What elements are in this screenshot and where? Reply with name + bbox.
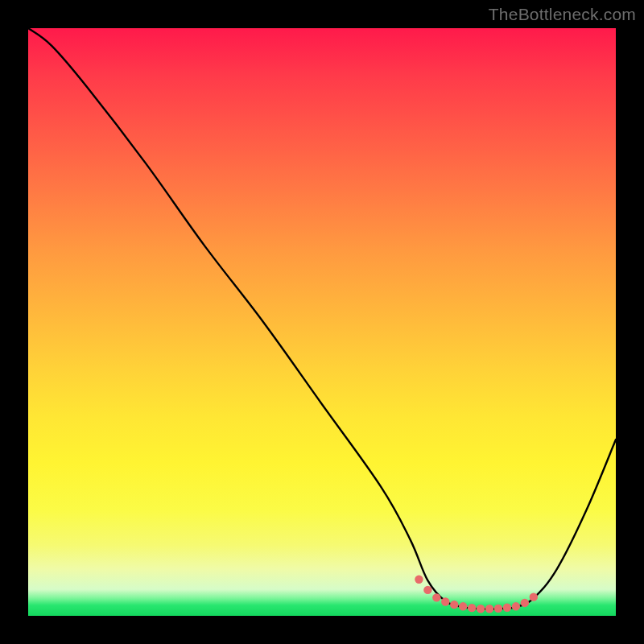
optimal-dot — [530, 592, 538, 601]
optimal-dot — [521, 599, 529, 607]
bottleneck-curve — [28, 28, 616, 609]
plot-area — [28, 28, 616, 616]
watermark-text: TheBottleneck.com — [489, 5, 636, 24]
optimal-dot — [459, 602, 467, 610]
optimal-dot — [503, 604, 511, 612]
optimal-dot — [494, 605, 502, 613]
chart-frame: TheBottleneck.com — [0, 0, 644, 644]
optimal-dot — [477, 605, 485, 613]
optimal-dot — [450, 601, 458, 609]
optimal-dot — [468, 604, 476, 612]
optimal-dot — [423, 586, 431, 594]
curve-layer — [28, 28, 616, 616]
optimal-range-dots — [415, 576, 538, 613]
optimal-dot — [512, 602, 520, 610]
optimal-dot — [485, 605, 493, 613]
optimal-dot — [432, 593, 440, 601]
optimal-dot — [415, 576, 423, 584]
optimal-dot — [441, 597, 449, 605]
